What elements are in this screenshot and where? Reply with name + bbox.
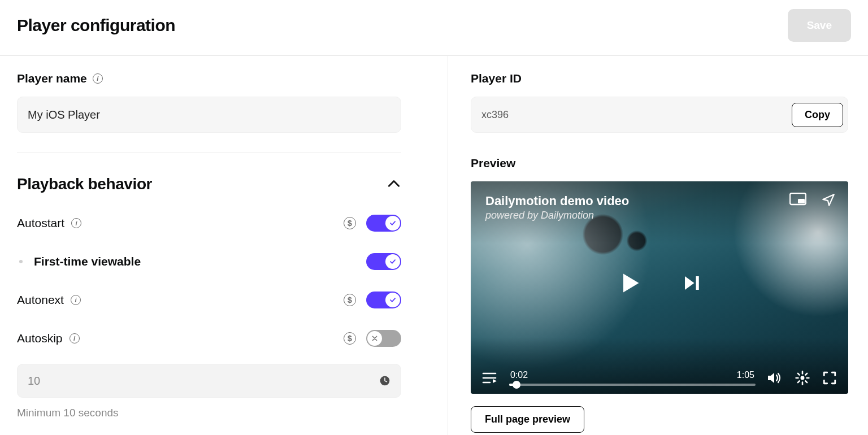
- autoskip-seconds-value: 10: [28, 375, 40, 388]
- player-name-label: Player name i: [17, 72, 425, 85]
- autoskip-helper-text: Minimum 10 seconds: [17, 407, 425, 419]
- fullscreen-icon[interactable]: [822, 371, 837, 385]
- video-player[interactable]: Dailymotion demo video powered by Dailym…: [471, 181, 848, 394]
- player-name-value: My iOS Player: [28, 108, 100, 121]
- divider: [17, 152, 401, 153]
- video-subtitle: powered by Dailymotion: [485, 210, 594, 221]
- seek-bar[interactable]: [509, 384, 756, 386]
- player-id-value: xc396: [481, 109, 509, 121]
- svg-point-7: [801, 376, 805, 380]
- save-button[interactable]: Save: [788, 9, 851, 42]
- autoskip-seconds-input[interactable]: 10: [17, 364, 401, 398]
- player-id-label-text: Player ID: [471, 72, 522, 85]
- toggle-knob: [367, 331, 382, 346]
- check-icon: [389, 219, 397, 227]
- volume-icon[interactable]: [767, 371, 783, 385]
- chevron-up-icon: [387, 177, 401, 192]
- toggle-knob: [385, 216, 400, 230]
- check-icon: [389, 258, 397, 266]
- toggle-knob: [385, 293, 400, 307]
- first-viewable-label: First-time viewable: [34, 255, 141, 268]
- time-duration: 1:05: [737, 370, 754, 380]
- svg-line-15: [798, 381, 800, 382]
- pip-icon[interactable]: [789, 193, 806, 207]
- player-id-label: Player ID: [471, 72, 848, 85]
- bullet-icon: [19, 260, 23, 263]
- copy-button[interactable]: Copy: [792, 103, 843, 127]
- full-page-preview-button[interactable]: Full page preview: [471, 406, 584, 433]
- first-viewable-row: First-time viewable: [17, 253, 401, 270]
- autostart-label: Autostart: [17, 216, 64, 230]
- first-viewable-toggle[interactable]: [366, 253, 401, 270]
- info-icon[interactable]: i: [71, 218, 81, 228]
- monetization-icon[interactable]: $: [344, 217, 356, 229]
- header-bar: Player configuration Save: [0, 0, 868, 56]
- svg-rect-3: [696, 276, 699, 290]
- autonext-toggle[interactable]: [366, 292, 401, 308]
- autoskip-row: Autoskip i $: [17, 330, 401, 347]
- svg-line-12: [798, 373, 800, 375]
- settings-icon[interactable]: [795, 371, 810, 385]
- playlist-icon[interactable]: [482, 371, 498, 385]
- svg-line-14: [805, 373, 807, 375]
- info-icon[interactable]: i: [93, 73, 103, 84]
- playback-section-title: Playback behavior: [17, 175, 152, 193]
- play-icon[interactable]: [617, 271, 642, 295]
- preview-label: Preview: [471, 156, 848, 170]
- next-icon[interactable]: [682, 273, 702, 293]
- playback-section-header[interactable]: Playback behavior: [17, 175, 401, 193]
- left-column: Player name i My iOS Player Playback beh…: [0, 56, 448, 435]
- autoskip-label: Autoskip: [17, 332, 63, 345]
- autonext-label: Autonext: [17, 293, 64, 307]
- x-icon: [371, 334, 379, 342]
- svg-line-13: [805, 381, 807, 382]
- autostart-row: Autostart i $: [17, 215, 401, 232]
- share-icon[interactable]: [821, 193, 836, 207]
- svg-rect-2: [798, 199, 805, 203]
- monetization-icon[interactable]: $: [344, 294, 356, 306]
- video-title: Dailymotion demo video: [485, 194, 629, 208]
- autostart-toggle[interactable]: [366, 215, 401, 232]
- toggle-knob: [385, 254, 400, 269]
- player-name-input[interactable]: My iOS Player: [17, 97, 401, 133]
- monetization-icon[interactable]: $: [344, 332, 356, 345]
- seek-thumb[interactable]: [513, 381, 520, 389]
- time-elapsed: 0:02: [510, 370, 528, 380]
- autonext-row: Autonext i $: [17, 292, 401, 308]
- player-name-label-text: Player name: [17, 72, 87, 85]
- autoskip-toggle[interactable]: [366, 330, 401, 347]
- check-icon: [389, 296, 397, 304]
- right-column: Player ID xc396 Copy Preview Dailymotion…: [448, 56, 868, 435]
- clock-icon: [379, 375, 390, 386]
- info-icon[interactable]: i: [70, 333, 80, 343]
- player-id-box: xc396 Copy: [471, 97, 848, 133]
- page-title: Player configuration: [17, 16, 175, 35]
- info-icon[interactable]: i: [71, 295, 81, 305]
- progress-area: 0:02 1:05: [509, 370, 756, 386]
